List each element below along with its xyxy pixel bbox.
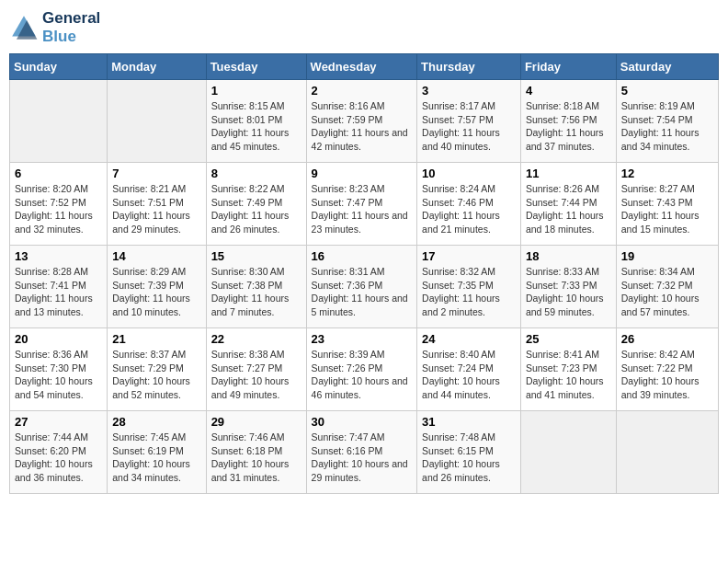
day-detail: Sunrise: 7:44 AM Sunset: 6:20 PM Dayligh…: [15, 431, 102, 485]
calendar-cell: 31Sunrise: 7:48 AM Sunset: 6:15 PM Dayli…: [417, 411, 521, 494]
day-number: 29: [211, 415, 301, 429]
day-detail: Sunrise: 8:39 AM Sunset: 7:26 PM Dayligh…: [312, 348, 413, 402]
calendar-header-row: SundayMondayTuesdayWednesdayThursdayFrid…: [10, 54, 719, 80]
calendar-cell: 30Sunrise: 7:47 AM Sunset: 6:16 PM Dayli…: [306, 411, 417, 494]
day-number: 2: [312, 84, 413, 98]
calendar-cell: 29Sunrise: 7:46 AM Sunset: 6:18 PM Dayli…: [206, 411, 306, 494]
day-number: 3: [422, 84, 516, 98]
day-detail: Sunrise: 7:45 AM Sunset: 6:19 PM Dayligh…: [112, 431, 200, 485]
day-detail: Sunrise: 8:23 AM Sunset: 7:47 PM Dayligh…: [312, 182, 413, 236]
day-detail: Sunrise: 7:48 AM Sunset: 6:15 PM Dayligh…: [422, 431, 516, 485]
day-detail: Sunrise: 8:24 AM Sunset: 7:46 PM Dayligh…: [422, 182, 516, 236]
day-detail: Sunrise: 8:15 AM Sunset: 8:01 PM Dayligh…: [211, 99, 301, 154]
header-wednesday: Wednesday: [306, 54, 417, 80]
day-number: 16: [312, 249, 413, 263]
day-detail: Sunrise: 8:38 AM Sunset: 7:27 PM Dayligh…: [211, 348, 301, 402]
day-number: 31: [422, 415, 516, 429]
calendar-cell: 15Sunrise: 8:30 AM Sunset: 7:38 PM Dayli…: [206, 246, 306, 328]
calendar-cell: [108, 80, 206, 163]
calendar-cell: 10Sunrise: 8:24 AM Sunset: 7:46 PM Dayli…: [417, 163, 521, 246]
day-detail: Sunrise: 8:27 AM Sunset: 7:43 PM Dayligh…: [621, 182, 713, 236]
day-number: 1: [211, 84, 301, 98]
calendar-cell: 3Sunrise: 8:17 AM Sunset: 7:57 PM Daylig…: [417, 80, 521, 163]
day-number: 24: [422, 332, 516, 346]
header-monday: Monday: [108, 54, 206, 80]
calendar-cell: 8Sunrise: 8:22 AM Sunset: 7:49 PM Daylig…: [206, 163, 306, 246]
day-detail: Sunrise: 8:19 AM Sunset: 7:54 PM Dayligh…: [621, 99, 713, 154]
day-number: 30: [312, 415, 413, 429]
day-detail: Sunrise: 8:37 AM Sunset: 7:29 PM Dayligh…: [112, 348, 200, 402]
day-number: 26: [621, 332, 713, 346]
day-detail: Sunrise: 8:18 AM Sunset: 7:56 PM Dayligh…: [526, 99, 611, 154]
calendar-cell: 17Sunrise: 8:32 AM Sunset: 7:35 PM Dayli…: [417, 246, 521, 328]
day-number: 7: [112, 167, 200, 180]
day-number: 18: [526, 249, 611, 263]
header-saturday: Saturday: [616, 54, 718, 80]
calendar-cell: 7Sunrise: 8:21 AM Sunset: 7:51 PM Daylig…: [108, 163, 206, 246]
day-number: 11: [526, 167, 611, 180]
day-detail: Sunrise: 8:17 AM Sunset: 7:57 PM Dayligh…: [422, 99, 516, 154]
calendar-cell: 23Sunrise: 8:39 AM Sunset: 7:26 PM Dayli…: [306, 328, 417, 411]
week-row-1: 1Sunrise: 8:15 AM Sunset: 8:01 PM Daylig…: [10, 80, 719, 163]
calendar-cell: 27Sunrise: 7:44 AM Sunset: 6:20 PM Dayli…: [10, 411, 108, 494]
calendar-cell: 19Sunrise: 8:34 AM Sunset: 7:32 PM Dayli…: [616, 246, 718, 328]
day-detail: Sunrise: 8:41 AM Sunset: 7:23 PM Dayligh…: [526, 348, 611, 402]
day-number: 9: [312, 167, 413, 180]
day-detail: Sunrise: 8:34 AM Sunset: 7:32 PM Dayligh…: [621, 265, 713, 319]
day-number: 28: [112, 415, 200, 429]
calendar-cell: 20Sunrise: 8:36 AM Sunset: 7:30 PM Dayli…: [10, 328, 108, 411]
day-detail: Sunrise: 8:36 AM Sunset: 7:30 PM Dayligh…: [15, 348, 102, 402]
calendar-cell: 9Sunrise: 8:23 AM Sunset: 7:47 PM Daylig…: [306, 163, 417, 246]
day-detail: Sunrise: 8:28 AM Sunset: 7:41 PM Dayligh…: [15, 265, 102, 319]
calendar-cell: 25Sunrise: 8:41 AM Sunset: 7:23 PM Dayli…: [520, 328, 616, 411]
calendar-cell: 2Sunrise: 8:16 AM Sunset: 7:59 PM Daylig…: [306, 80, 417, 163]
logo-text: General Blue: [42, 9, 100, 46]
week-row-2: 6Sunrise: 8:20 AM Sunset: 7:52 PM Daylig…: [10, 163, 719, 246]
day-number: 25: [526, 332, 611, 346]
day-number: 14: [112, 249, 200, 263]
header-thursday: Thursday: [417, 54, 521, 80]
day-number: 8: [211, 167, 301, 180]
day-number: 17: [422, 249, 516, 263]
day-number: 23: [312, 332, 413, 346]
day-detail: Sunrise: 8:16 AM Sunset: 7:59 PM Dayligh…: [312, 99, 413, 154]
calendar-cell: 28Sunrise: 7:45 AM Sunset: 6:19 PM Dayli…: [108, 411, 206, 494]
calendar-cell: 18Sunrise: 8:33 AM Sunset: 7:33 PM Dayli…: [520, 246, 616, 328]
day-number: 12: [621, 167, 713, 180]
calendar-cell: 6Sunrise: 8:20 AM Sunset: 7:52 PM Daylig…: [10, 163, 108, 246]
day-number: 22: [211, 332, 301, 346]
page-header: General Blue: [9, 9, 719, 46]
day-number: 4: [526, 84, 611, 98]
calendar-cell: 24Sunrise: 8:40 AM Sunset: 7:24 PM Dayli…: [417, 328, 521, 411]
day-detail: Sunrise: 8:31 AM Sunset: 7:36 PM Dayligh…: [312, 265, 413, 319]
day-detail: Sunrise: 8:22 AM Sunset: 7:49 PM Dayligh…: [211, 182, 301, 236]
week-row-4: 20Sunrise: 8:36 AM Sunset: 7:30 PM Dayli…: [10, 328, 719, 411]
day-detail: Sunrise: 8:21 AM Sunset: 7:51 PM Dayligh…: [112, 182, 200, 236]
header-tuesday: Tuesday: [206, 54, 306, 80]
week-row-5: 27Sunrise: 7:44 AM Sunset: 6:20 PM Dayli…: [10, 411, 719, 494]
day-detail: Sunrise: 8:29 AM Sunset: 7:39 PM Dayligh…: [112, 265, 200, 319]
day-number: 20: [15, 332, 102, 346]
calendar-cell: 11Sunrise: 8:26 AM Sunset: 7:44 PM Dayli…: [520, 163, 616, 246]
header-sunday: Sunday: [10, 54, 108, 80]
calendar-table: SundayMondayTuesdayWednesdayThursdayFrid…: [9, 53, 719, 494]
calendar-cell: [616, 411, 718, 494]
day-detail: Sunrise: 8:20 AM Sunset: 7:52 PM Dayligh…: [15, 182, 102, 236]
calendar-cell: 1Sunrise: 8:15 AM Sunset: 8:01 PM Daylig…: [206, 80, 306, 163]
calendar-cell: 5Sunrise: 8:19 AM Sunset: 7:54 PM Daylig…: [616, 80, 718, 163]
calendar-cell: 4Sunrise: 8:18 AM Sunset: 7:56 PM Daylig…: [520, 80, 616, 163]
calendar-cell: [520, 411, 616, 494]
day-detail: Sunrise: 8:32 AM Sunset: 7:35 PM Dayligh…: [422, 265, 516, 319]
day-detail: Sunrise: 7:46 AM Sunset: 6:18 PM Dayligh…: [211, 431, 301, 485]
day-number: 6: [15, 167, 102, 180]
day-number: 21: [112, 332, 200, 346]
calendar-cell: 16Sunrise: 8:31 AM Sunset: 7:36 PM Dayli…: [306, 246, 417, 328]
day-number: 15: [211, 249, 301, 263]
logo: General Blue: [9, 9, 100, 46]
calendar-cell: 21Sunrise: 8:37 AM Sunset: 7:29 PM Dayli…: [108, 328, 206, 411]
calendar-cell: [10, 80, 108, 163]
day-detail: Sunrise: 8:30 AM Sunset: 7:38 PM Dayligh…: [211, 265, 301, 319]
day-number: 19: [621, 249, 713, 263]
calendar-cell: 12Sunrise: 8:27 AM Sunset: 7:43 PM Dayli…: [616, 163, 718, 246]
calendar-cell: 14Sunrise: 8:29 AM Sunset: 7:39 PM Dayli…: [108, 246, 206, 328]
